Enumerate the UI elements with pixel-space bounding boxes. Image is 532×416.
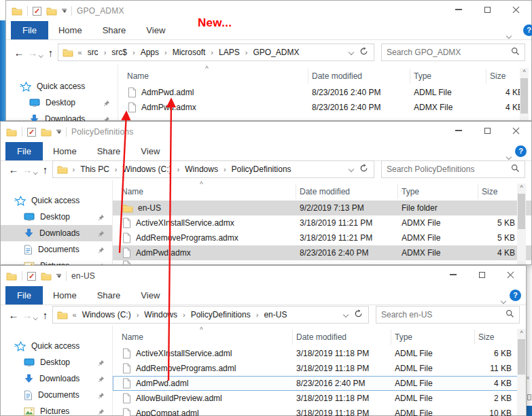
breadcrumb-segment-windows[interactable]: Windows	[144, 310, 177, 319]
column-header-type[interactable]: Type	[410, 69, 486, 84]
breadcrumb-segment-windows[interactable]: Windows	[185, 164, 218, 174]
refresh-icon[interactable]	[354, 309, 363, 320]
tab-home[interactable]: Home	[48, 21, 92, 39]
file-row-allowbuildpreview-adml[interactable]: AllowBuildPreview.adml3/18/2019 11:18 PM…	[113, 391, 526, 406]
help-icon[interactable]: ?	[515, 145, 527, 157]
forward-icon[interactable]: →	[26, 47, 39, 58]
sidebar-item-desktop[interactable]: Desktop	[1, 354, 112, 370]
folder-icon[interactable]	[6, 272, 17, 281]
tab-share[interactable]: Share	[87, 142, 131, 160]
column-header-size[interactable]: Size	[475, 330, 514, 345]
address-bar[interactable]: «Windows (C:)›Windows›PolicyDefinitions›…	[52, 306, 370, 324]
scrollbar[interactable]: ^	[517, 329, 526, 415]
scrollbar[interactable]: ^	[517, 184, 526, 264]
tab-view[interactable]: View	[136, 21, 175, 39]
minimize-button[interactable]	[444, 1, 473, 18]
breadcrumb-segment-src[interactable]: src$	[111, 48, 127, 57]
sort-ascending-icon[interactable]: ^	[200, 326, 203, 334]
scrollbar[interactable]: ^	[520, 68, 529, 120]
address-bar[interactable]: «src›src$›Apps›Microsoft›LAPS›GPO_ADMX	[58, 44, 375, 61]
back-icon[interactable]: ←	[7, 164, 20, 175]
tab-file[interactable]: File	[5, 142, 43, 160]
new-folder-icon[interactable]	[41, 272, 52, 281]
sidebar-item-quick-access[interactable]: Quick access	[1, 192, 112, 209]
sidebar-item-desktop[interactable]: Desktop	[6, 94, 118, 111]
scrollbar-thumb[interactable]	[518, 339, 525, 375]
search-icon[interactable]	[511, 46, 520, 58]
up-icon[interactable]: ↑	[39, 164, 52, 175]
column-header-date-modified[interactable]: Date modified	[293, 330, 391, 345]
scrollbar-thumb[interactable]	[520, 78, 528, 114]
tab-view[interactable]: View	[130, 286, 170, 305]
sort-ascending-icon[interactable]: ^	[200, 181, 203, 188]
file-row-admpwd-admx[interactable]: AdmPwd.admx8/23/2016 2:40 PMADMX File4 K…	[113, 245, 531, 260]
folder-icon[interactable]	[12, 7, 22, 16]
tab-file[interactable]: File	[11, 21, 48, 39]
titlebar[interactable]: ✓ PolicyDefinitions	[1, 122, 531, 142]
folder-icon[interactable]	[6, 128, 17, 137]
maximize-button[interactable]	[467, 266, 496, 283]
properties-check-icon[interactable]: ✓	[27, 128, 36, 137]
forward-icon[interactable]: →	[20, 309, 34, 321]
address-dropdown-icon[interactable]	[349, 167, 354, 172]
breadcrumb-segment-windows-c[interactable]: Windows (C:)	[123, 164, 172, 174]
customize-toolbar-icon[interactable]	[62, 9, 67, 14]
column-header-type[interactable]: Type	[398, 184, 478, 199]
customize-toolbar-icon[interactable]	[56, 130, 61, 135]
sidebar-item-downloads[interactable]: Downloads	[1, 370, 112, 387]
search-input[interactable]	[381, 310, 506, 319]
file-row-activexinstallservice-adml[interactable]: ActiveXInstallService.adml3/18/2019 11:1…	[113, 346, 526, 361]
ribbon-collapse-icon[interactable]	[507, 29, 511, 41]
refresh-icon[interactable]	[359, 164, 368, 175]
new-folder-icon[interactable]	[46, 7, 57, 16]
column-header-name[interactable]: Name	[124, 69, 308, 84]
back-icon[interactable]: ←	[12, 47, 26, 58]
scroll-up-icon[interactable]: ^	[517, 329, 526, 338]
tab-view[interactable]: View	[130, 142, 170, 160]
file-row-admpwd-admx[interactable]: AdmPwd.admx8/23/2016 2:40 PMADMX File4 K…	[118, 100, 531, 115]
search-input[interactable]	[387, 164, 511, 174]
properties-check-icon[interactable]: ✓	[27, 272, 36, 281]
scroll-up-icon[interactable]: ^	[520, 68, 529, 77]
close-button[interactable]	[496, 266, 525, 283]
breadcrumb-segment-en-us[interactable]: en-US	[264, 310, 287, 319]
tab-file[interactable]: File	[5, 286, 43, 305]
scrollbar-thumb[interactable]	[518, 194, 525, 229]
tab-home[interactable]: Home	[43, 142, 87, 160]
address-dropdown-icon[interactable]	[343, 312, 349, 317]
file-row-activexinstallservice-admx[interactable]: ActiveXInstallService.admx3/18/2019 11:2…	[113, 215, 531, 230]
file-row-en-us[interactable]: en-US9/2/2019 7:13 PMFile folder	[113, 201, 531, 215]
sidebar-item-quick-access[interactable]: Quick access	[1, 338, 112, 354]
search-icon[interactable]	[511, 163, 520, 175]
file-row-addremoveprograms-admx[interactable]: AddRemovePrograms.admx3/18/2019 11:21 PM…	[113, 230, 531, 245]
breadcrumb-segment-this-pc[interactable]: This PC	[80, 164, 109, 174]
sidebar-item-quick-access[interactable]: Quick access	[6, 78, 118, 94]
sidebar-item-pictures[interactable]: Pictures	[1, 403, 112, 416]
titlebar[interactable]: ✓ GPO_ADMX	[6, 1, 531, 21]
search-box[interactable]	[381, 44, 525, 61]
recent-locations-icon[interactable]	[39, 48, 43, 60]
search-box[interactable]	[381, 160, 525, 178]
column-header-name[interactable]: Name	[118, 330, 293, 345]
new-folder-icon[interactable]	[41, 128, 52, 137]
search-icon[interactable]	[506, 309, 514, 321]
up-icon[interactable]: ↑	[39, 309, 52, 321]
maximize-button[interactable]	[473, 122, 501, 139]
column-header-size[interactable]: Size	[478, 184, 518, 199]
minimize-button[interactable]	[439, 266, 467, 283]
sort-ascending-icon[interactable]: ^	[205, 65, 209, 73]
search-box[interactable]	[376, 306, 520, 324]
column-header-name[interactable]: Name	[118, 184, 296, 199]
file-row-addremoveprograms-adml[interactable]: AddRemovePrograms.adml3/18/2019 11:18 PM…	[113, 361, 526, 376]
search-input[interactable]	[387, 48, 511, 57]
tab-share[interactable]: Share	[92, 21, 137, 39]
column-header-date-modified[interactable]: Date modified	[296, 184, 398, 199]
help-icon[interactable]: ?	[510, 290, 521, 301]
up-icon[interactable]: ↑	[44, 47, 58, 58]
file-row-admpwd-adml[interactable]: AdmPwd.adml8/23/2016 2:40 PMADML File4 K…	[118, 85, 531, 100]
close-button[interactable]	[501, 1, 530, 18]
breadcrumb-segment-apps[interactable]: Apps	[141, 48, 159, 57]
titlebar[interactable]: ✓ en-US	[1, 266, 526, 286]
breadcrumb-segment-laps[interactable]: LAPS	[219, 48, 240, 57]
maximize-button[interactable]	[473, 1, 501, 18]
